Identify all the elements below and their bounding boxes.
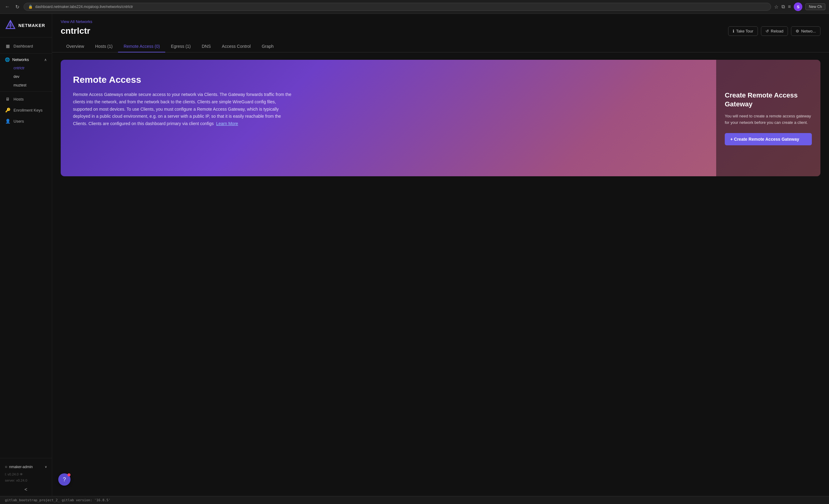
user-icon: ○ <box>5 464 7 469</box>
user-label: nmaker-admin <box>9 465 33 469</box>
header-actions: ℹ Take Tour ↺ Reload ⚙ Netwo... <box>728 26 820 36</box>
tabs-row: Overview Hosts (1) Remote Access (0) Egr… <box>52 41 829 52</box>
sidebar-item-label-enrollment: Enrollment Keys <box>13 108 43 112</box>
sidebar-item-label-hosts: Hosts <box>13 97 24 102</box>
create-remote-access-gateway-button[interactable]: + Create Remote Access Gateway <box>725 133 812 145</box>
sidebar-collapse-button[interactable]: < <box>25 487 27 492</box>
extension-button[interactable]: ⧉ <box>782 4 785 9</box>
main-header: View All Networks cntrlctr ℹ Take Tour ↺… <box>52 14 829 41</box>
server-version: server: v0.24.0 <box>5 478 47 484</box>
enrollment-icon: 🔑 <box>5 108 10 112</box>
back-button[interactable]: ← <box>4 3 11 11</box>
networks-label[interactable]: 🌐 Networks <box>5 57 29 62</box>
url-bar[interactable]: 🔒 dashboard.netmaker.labs224.mojaloop.li… <box>24 3 771 11</box>
chevron-down-icon: ∨ <box>45 465 47 468</box>
main-content: View All Networks cntrlctr ℹ Take Tour ↺… <box>52 14 829 496</box>
banner-left: Remote Access Remote Access Gateways ena… <box>61 60 716 176</box>
content-area: Remote Access Remote Access Gateways ena… <box>52 52 829 496</box>
take-tour-button[interactable]: ℹ Take Tour <box>728 26 758 36</box>
networks-collapse-icon[interactable]: ∧ <box>44 58 47 62</box>
lock-icon: 🔒 <box>28 5 33 9</box>
users-icon: 👤 <box>5 119 10 123</box>
new-tab-button[interactable]: New Ch <box>805 3 825 10</box>
sidebar-item-hosts[interactable]: 🖥 Hosts <box>0 94 52 105</box>
star-button[interactable]: ☆ <box>774 4 779 10</box>
browser-chrome: ← ↻ 🔒 dashboard.netmaker.labs224.mojaloo… <box>0 0 829 14</box>
breadcrumb-link[interactable]: View All Networks <box>61 19 92 24</box>
logo-text: NETMAKER <box>19 23 45 28</box>
networks-section: 🌐 Networks ∧ <box>0 56 52 64</box>
netmaker-logo-icon <box>5 20 16 31</box>
terminal-bar: gitlab_bootstrap_project_2_ gitlab versi… <box>0 496 829 504</box>
info-icon: ℹ <box>733 29 734 33</box>
tab-remote-access[interactable]: Remote Access (0) <box>118 41 165 52</box>
card-title: Create Remote Access Gateway <box>725 91 812 109</box>
tab-access-control[interactable]: Access Control <box>216 41 256 52</box>
help-button[interactable]: ? <box>58 473 71 485</box>
reload-button[interactable]: ↺ Reload <box>761 26 788 36</box>
reload-icon: ↺ <box>765 29 769 33</box>
sidebar-item-muztest[interactable]: muztest <box>0 81 52 89</box>
learn-more-link[interactable]: Learn More <box>216 121 238 126</box>
networks-icon: 🌐 <box>5 57 10 62</box>
dashboard-icon: ▦ <box>5 43 10 48</box>
banner-right-card: Create Remote Access Gateway You will ne… <box>716 60 820 176</box>
user-row[interactable]: ○ nmaker-admin ∨ <box>5 462 47 471</box>
page-title: cntrlctr <box>61 26 90 36</box>
sidebar-item-enrollment-keys[interactable]: 🔑 Enrollment Keys <box>0 105 52 116</box>
tab-dns[interactable]: DNS <box>196 41 216 52</box>
sidebar-item-cntrlctr[interactable]: cntrlctr <box>0 64 52 72</box>
banner-body: Remote Access Gateways enable secure acc… <box>73 91 294 128</box>
sidebar-item-dashboard[interactable]: ▦ Dashboard <box>0 40 52 51</box>
client-version: l: v0.24.0 👁 <box>5 471 47 478</box>
sidebar: NETMAKER ▦ Dashboard 🌐 Networks ∧ cntrlc… <box>0 14 52 496</box>
tab-overview[interactable]: Overview <box>61 41 89 52</box>
sidebar-nav: ▦ Dashboard 🌐 Networks ∧ cntrlctr dev mu… <box>0 37 52 458</box>
app-layout: NETMAKER ▦ Dashboard 🌐 Networks ∧ cntrlc… <box>0 14 829 496</box>
logo: NETMAKER <box>0 14 52 37</box>
tab-hosts[interactable]: Hosts (1) <box>89 41 118 52</box>
sidebar-item-label-dashboard: Dashboard <box>13 44 33 48</box>
sidebar-item-label-users: Users <box>13 119 24 123</box>
tab-egress[interactable]: Egress (1) <box>165 41 196 52</box>
sidebar-item-users[interactable]: 👤 Users <box>0 116 52 127</box>
hosts-icon: 🖥 <box>5 97 10 102</box>
banner-title: Remote Access <box>73 74 704 85</box>
avatar[interactable]: S <box>794 2 802 11</box>
browser-actions: ☆ ⧉ ≡ S New Ch <box>774 2 825 11</box>
gear-icon: ⚙ <box>796 29 799 33</box>
card-desc: You will need to create a remote access … <box>725 113 812 126</box>
networks-text: Networks <box>12 57 29 62</box>
sidebar-item-dev[interactable]: dev <box>0 72 52 81</box>
url-text: dashboard.netmaker.labs224.mojaloop.live… <box>35 5 133 9</box>
network-settings-button[interactable]: ⚙ Netwo... <box>791 26 820 36</box>
remote-access-banner: Remote Access Remote Access Gateways ena… <box>61 60 820 176</box>
sidebar-footer: ○ nmaker-admin ∨ l: v0.24.0 👁 server: v0… <box>0 458 52 496</box>
tab-graph[interactable]: Graph <box>256 41 279 52</box>
page-title-row: cntrlctr ℹ Take Tour ↺ Reload ⚙ Netwo... <box>61 26 820 36</box>
version-info: l: v0.24.0 👁 server: v0.24.0 <box>5 471 47 484</box>
menu-button[interactable]: ≡ <box>788 4 791 9</box>
refresh-button[interactable]: ↻ <box>14 3 21 11</box>
